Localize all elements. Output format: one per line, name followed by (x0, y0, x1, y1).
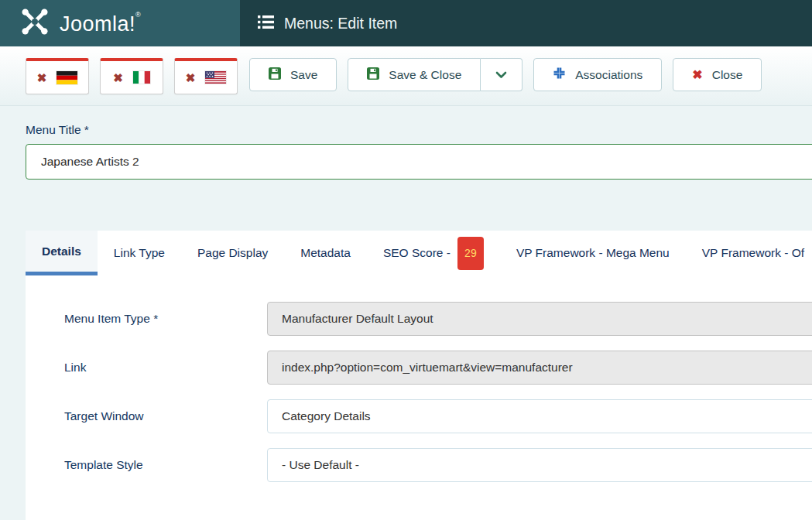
remove-icon: ✖ (186, 72, 196, 84)
tab-vp-framework-off[interactable]: VP Framework - Of (686, 231, 812, 275)
tab-strip: Details Link Type Page Display Metadata … (26, 231, 812, 275)
associations-button[interactable]: Associations (533, 58, 662, 91)
close-label: Close (712, 68, 743, 82)
save-close-label: Save & Close (389, 68, 461, 82)
link-label: Link (64, 361, 267, 375)
app-header: Joomla!® Menus: Edit Item (0, 0, 812, 46)
germany-flag-icon (57, 71, 77, 84)
tab-label: Page Display (197, 246, 268, 260)
menu-item-type-label: Menu Item Type * (64, 312, 267, 326)
close-button[interactable]: ✖ Close (673, 58, 762, 91)
tab-label: Metadata (300, 246, 351, 260)
tab-label: Link Type (114, 246, 165, 260)
tab-page-display[interactable]: Page Display (181, 231, 284, 275)
chevron-down-icon (495, 68, 507, 82)
tab-label: VP Framework - Of (702, 246, 804, 260)
tab-label: Details (42, 245, 81, 258)
associations-icon (553, 67, 566, 83)
tab-label: SEO Score - (383, 246, 451, 260)
save-button[interactable]: Save (249, 58, 337, 91)
target-window-label: Target Window (64, 409, 267, 423)
save-icon (367, 67, 379, 83)
save-label: Save (290, 68, 317, 82)
tab-vp-framework-mega-menu[interactable]: VP Framework - Mega Menu (500, 231, 686, 275)
association-germany-button[interactable]: ✖ (26, 58, 89, 94)
joomla-logo-icon (20, 7, 50, 39)
menu-item-type-field: Manufacturer Default Layout (267, 302, 812, 336)
form-row-template-style: Template Style - Use Default - (64, 448, 812, 482)
logo-wordmark: Joomla!® (60, 11, 141, 36)
header-title-bar: Menus: Edit Item (240, 0, 812, 46)
remove-icon: ✖ (113, 72, 123, 84)
menu-list-icon (258, 15, 274, 32)
italy-flag-icon (133, 71, 150, 84)
save-close-button[interactable]: Save & Close (348, 58, 481, 91)
form-row-link: Link index.php?option=com_virtuemart&vie… (64, 351, 812, 385)
tab-link-type[interactable]: Link Type (98, 231, 181, 275)
save-options-dropdown-button[interactable] (481, 58, 522, 91)
association-italy-button[interactable]: ✖ (100, 58, 163, 94)
menu-title-section: Menu Title * (0, 106, 812, 180)
target-window-select[interactable]: Category Details (267, 399, 812, 433)
association-usa-button[interactable]: ✖ (174, 58, 238, 94)
menu-title-label: Menu Title * (26, 123, 812, 137)
tab-metadata[interactable]: Metadata (284, 231, 367, 275)
link-field: index.php?option=com_virtuemart&view=man… (267, 351, 812, 385)
template-style-select[interactable]: - Use Default - (267, 448, 812, 482)
remove-icon: ✖ (37, 72, 47, 84)
logo-area[interactable]: Joomla!® (0, 0, 240, 46)
edit-item-card: Details Link Type Page Display Metadata … (26, 231, 812, 520)
toolbar: ✖ ✖ ✖ (0, 46, 812, 106)
registered-mark: ® (135, 11, 141, 19)
associations-label: Associations (575, 68, 642, 82)
save-icon (269, 67, 281, 83)
template-style-label: Template Style (64, 458, 267, 472)
tab-seo-score[interactable]: SEO Score - 29 (367, 231, 500, 275)
form-row-menu-item-type: Menu Item Type * Manufacturer Default La… (64, 302, 812, 336)
menu-title-input[interactable] (26, 144, 812, 180)
usa-flag-icon (205, 71, 226, 84)
details-tab-panel: Menu Item Type * Manufacturer Default La… (26, 275, 812, 520)
tab-label: VP Framework - Mega Menu (516, 246, 670, 260)
save-close-split-button: Save & Close (348, 58, 522, 91)
tab-details[interactable]: Details (26, 231, 98, 275)
form-row-target-window: Target Window Category Details (64, 399, 812, 433)
seo-score-badge: 29 (457, 237, 484, 270)
close-icon: ✖ (692, 69, 702, 81)
page-title: Menus: Edit Item (284, 15, 397, 32)
